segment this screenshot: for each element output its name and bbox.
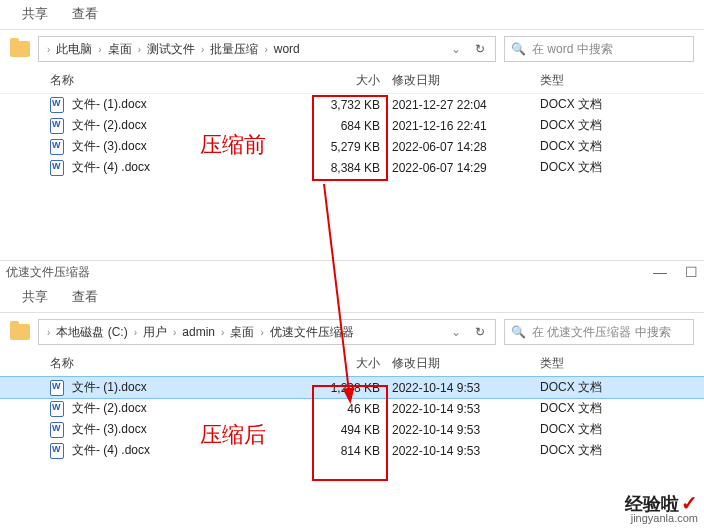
chevron-right-icon: ›	[47, 44, 50, 55]
docx-icon	[50, 139, 64, 155]
docx-icon	[50, 443, 64, 459]
file-row[interactable]: 文件- (3).docx 494 KB 2022-10-14 9:53 DOCX…	[0, 419, 704, 440]
search-placeholder: 在 word 中搜索	[532, 41, 613, 58]
breadcrumb-item[interactable]: 桌面	[230, 324, 254, 341]
file-name: 文件- (3).docx	[72, 138, 298, 155]
search-icon: 🔍	[511, 325, 526, 339]
file-size: 46 KB	[298, 402, 388, 416]
file-size: 8,384 KB	[298, 161, 388, 175]
file-date: 2022-10-14 9:53	[388, 444, 536, 458]
chevron-right-icon: ›	[173, 327, 176, 338]
ribbon-tabs-top: 共享 查看	[0, 0, 704, 30]
chevron-right-icon: ›	[260, 327, 263, 338]
file-size: 1,298 KB	[298, 381, 388, 395]
column-headers-top[interactable]: 名称 大小 修改日期 类型	[0, 68, 704, 94]
file-name: 文件- (2).docx	[72, 400, 298, 417]
refresh-icon[interactable]: ↻	[471, 325, 489, 339]
search-placeholder: 在 优速文件压缩器 中搜索	[532, 324, 671, 341]
folder-icon	[10, 41, 30, 57]
file-size: 5,279 KB	[298, 140, 388, 154]
file-date: 2022-10-14 9:53	[388, 402, 536, 416]
chevron-right-icon: ›	[264, 44, 267, 55]
file-row[interactable]: 文件- (4) .docx 814 KB 2022-10-14 9:53 DOC…	[0, 440, 704, 461]
breadcrumb-bottom[interactable]: › 本地磁盘 (C:) › 用户 › admin › 桌面 › 优速文件压缩器 …	[38, 319, 496, 345]
col-name[interactable]: 名称	[50, 355, 298, 372]
file-row[interactable]: 文件- (1).docx 1,298 KB 2022-10-14 9:53 DO…	[0, 377, 704, 398]
refresh-icon[interactable]: ↻	[471, 42, 489, 56]
file-row[interactable]: 文件- (2).docx 684 KB 2021-12-16 22:41 DOC…	[0, 115, 704, 136]
minimize-icon[interactable]: —	[653, 264, 667, 280]
breadcrumb-top[interactable]: › 此电脑 › 桌面 › 测试文件 › 批量压缩 › word ⌄ ↻	[38, 36, 496, 62]
ribbon-tab-view[interactable]: 查看	[72, 288, 98, 312]
docx-icon	[50, 380, 64, 396]
watermark: 经验啦✓ jingyanla.com	[625, 493, 698, 524]
watermark-text: 经验啦	[625, 494, 679, 514]
breadcrumb-item[interactable]: 用户	[143, 324, 167, 341]
col-name[interactable]: 名称	[50, 72, 298, 89]
chevron-right-icon: ›	[98, 44, 101, 55]
breadcrumb-item[interactable]: 此电脑	[56, 41, 92, 58]
file-row[interactable]: 文件- (3).docx 5,279 KB 2022-06-07 14:28 D…	[0, 136, 704, 157]
file-type: DOCX 文档	[536, 138, 704, 155]
window-after: 优速文件压缩器 — ☐ 共享 查看 › 本地磁盘 (C:) › 用户 › adm…	[0, 260, 704, 528]
window-before: 共享 查看 › 此电脑 › 桌面 › 测试文件 › 批量压缩 › word ⌄ …	[0, 0, 704, 250]
breadcrumb-item[interactable]: 桌面	[108, 41, 132, 58]
chevron-down-icon[interactable]: ⌄	[445, 42, 467, 56]
file-row[interactable]: 文件- (4) .docx 8,384 KB 2022-06-07 14:29 …	[0, 157, 704, 178]
file-name: 文件- (1).docx	[72, 96, 298, 113]
file-date: 2021-12-16 22:41	[388, 119, 536, 133]
chevron-right-icon: ›	[134, 327, 137, 338]
file-date: 2021-12-27 22:04	[388, 98, 536, 112]
file-type: DOCX 文档	[536, 117, 704, 134]
maximize-icon[interactable]: ☐	[685, 264, 698, 280]
search-input-bottom[interactable]: 🔍 在 优速文件压缩器 中搜索	[504, 319, 694, 345]
chevron-right-icon: ›	[201, 44, 204, 55]
breadcrumb-item[interactable]: 批量压缩	[210, 41, 258, 58]
col-size[interactable]: 大小	[298, 72, 388, 89]
file-date: 2022-10-14 9:53	[388, 423, 536, 437]
window-title: 优速文件压缩器	[6, 264, 90, 281]
col-type[interactable]: 类型	[536, 72, 704, 89]
folder-icon	[10, 324, 30, 340]
title-bar-bottom: 优速文件压缩器 — ☐	[0, 261, 704, 283]
col-date[interactable]: 修改日期	[388, 72, 536, 89]
ribbon-tab-share[interactable]: 共享	[22, 5, 48, 29]
breadcrumb-item[interactable]: 优速文件压缩器	[270, 324, 354, 341]
col-size[interactable]: 大小	[298, 355, 388, 372]
docx-icon	[50, 118, 64, 134]
file-list-bottom: 文件- (1).docx 1,298 KB 2022-10-14 9:53 DO…	[0, 377, 704, 461]
file-type: DOCX 文档	[536, 442, 704, 459]
file-row[interactable]: 文件- (1).docx 3,732 KB 2021-12-27 22:04 D…	[0, 94, 704, 115]
col-type[interactable]: 类型	[536, 355, 704, 372]
file-size: 494 KB	[298, 423, 388, 437]
file-name: 文件- (2).docx	[72, 117, 298, 134]
check-icon: ✓	[681, 492, 698, 514]
docx-icon	[50, 422, 64, 438]
docx-icon	[50, 401, 64, 417]
breadcrumb-item[interactable]: 测试文件	[147, 41, 195, 58]
chevron-right-icon: ›	[138, 44, 141, 55]
file-date: 2022-06-07 14:28	[388, 140, 536, 154]
chevron-down-icon[interactable]: ⌄	[445, 325, 467, 339]
search-input-top[interactable]: 🔍 在 word 中搜索	[504, 36, 694, 62]
ribbon-tab-share[interactable]: 共享	[22, 288, 48, 312]
file-size: 3,732 KB	[298, 98, 388, 112]
breadcrumb-item[interactable]: admin	[182, 325, 215, 339]
docx-icon	[50, 97, 64, 113]
breadcrumb-item[interactable]: 本地磁盘 (C:)	[56, 324, 127, 341]
docx-icon	[50, 160, 64, 176]
file-type: DOCX 文档	[536, 379, 704, 396]
ribbon-tab-view[interactable]: 查看	[72, 5, 98, 29]
ribbon-tabs-bottom: 共享 查看	[0, 283, 704, 313]
file-size: 814 KB	[298, 444, 388, 458]
file-name: 文件- (1).docx	[72, 379, 298, 396]
chevron-right-icon: ›	[221, 327, 224, 338]
file-row[interactable]: 文件- (2).docx 46 KB 2022-10-14 9:53 DOCX …	[0, 398, 704, 419]
col-date[interactable]: 修改日期	[388, 355, 536, 372]
watermark-url: jingyanla.com	[625, 513, 698, 524]
column-headers-bottom[interactable]: 名称 大小 修改日期 类型	[0, 351, 704, 377]
chevron-right-icon: ›	[47, 327, 50, 338]
file-type: DOCX 文档	[536, 400, 704, 417]
file-name: 文件- (4) .docx	[72, 442, 298, 459]
breadcrumb-item[interactable]: word	[274, 42, 300, 56]
